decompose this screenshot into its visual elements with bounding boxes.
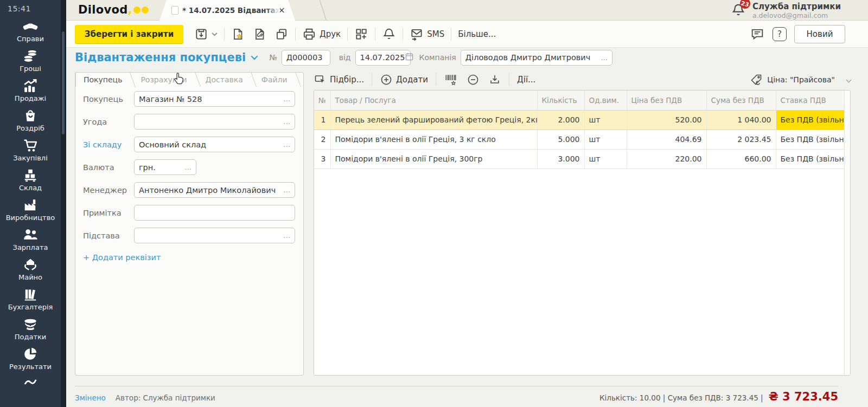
changed-link[interactable]: Змінено (75, 393, 106, 402)
col-unit[interactable]: Од.вим. (584, 91, 627, 110)
items-table: № Товар / Послуга Кількість Од.вим. Ціна… (314, 91, 845, 169)
company-field[interactable]: Діловодов Дмитро Дмитрович ... (461, 50, 612, 66)
items-table-panel: № Товар / Послуга Кількість Од.вим. Ціна… (314, 90, 851, 376)
sidebar-item-rozdrib[interactable]: Роздріб (0, 108, 61, 132)
printer-icon (302, 27, 316, 41)
col-price[interactable]: Ціна без ПДВ (627, 91, 706, 110)
sidebar-item-prodazhi[interactable]: Продажі (0, 79, 61, 102)
print-button[interactable]: Друк (302, 27, 341, 41)
save-button[interactable] (194, 27, 218, 41)
col-vat[interactable]: Ставка ПДВ (776, 91, 845, 110)
field-label-note: Примітка (83, 209, 134, 217)
table-row[interactable]: 2 Помідори в'ялені в олії Греція, 3 кг с… (314, 130, 845, 149)
lookup-ellipsis-button[interactable]: ... (280, 95, 290, 103)
actions-button[interactable]: Дії... (517, 75, 535, 85)
note-field[interactable] (134, 205, 295, 221)
toolbar: Зберегти і закрити Друк SMS Більше... (66, 21, 868, 48)
app-logo[interactable]: Dilovod, (78, 3, 149, 16)
sms-button[interactable]: SMS (410, 27, 444, 41)
items-toolbar: Підбір... Додати Дії... Ціна: "Прайсова" (314, 70, 851, 89)
chevron-down-icon (846, 77, 852, 82)
price-type-dropdown[interactable]: Ціна: "Прайсова" (750, 73, 851, 86)
field-label-manager: Менеджер (83, 186, 134, 195)
sidebar-item-maino[interactable]: Майно (0, 257, 61, 281)
sidebar-item-bukhhalteriia[interactable]: Бухгалтерія (0, 287, 61, 311)
col-qty[interactable]: Кількість (537, 91, 584, 110)
sidebar-item-sklad[interactable]: Склад (0, 168, 61, 192)
document-tab[interactable]: * 14.07.2025 Відвантаження Д000003 × (159, 0, 295, 21)
tab-rozrakhunky[interactable]: Розрахунки (133, 72, 197, 87)
currency-field[interactable]: грн.... (134, 159, 196, 175)
sidebar-item-label: Майно (18, 273, 42, 281)
table-row[interactable]: 1 Перець зелений фарширований фетою Грец… (314, 110, 845, 130)
lookup-ellipsis-button[interactable]: ... (280, 186, 290, 194)
document-date-field[interactable]: 14.07.2025 (355, 50, 411, 66)
sidebar-item-spravy[interactable]: Справи (0, 20, 61, 43)
manager-field[interactable]: Антоненко Дмитро Миколайович... (134, 182, 295, 198)
field-label-buyer: Покупець (83, 95, 134, 104)
field-label-currency: Валюта (83, 163, 134, 172)
chevron-down-icon[interactable] (251, 53, 258, 60)
sidebar-item-hroshi[interactable]: Гроші (0, 49, 61, 73)
sidebar-item-zakupivli[interactable]: Закупівлі (0, 138, 61, 162)
move-down-icon[interactable] (488, 73, 501, 86)
sidebar-item-zarplata[interactable]: Зарплата (0, 228, 61, 251)
sidebar-item-vyrobnytstvo[interactable]: Виробництво (0, 198, 61, 222)
attachment-document-icon[interactable] (253, 27, 267, 41)
remove-item-icon[interactable] (467, 73, 480, 86)
sidebar-scrollbar[interactable] (61, 0, 66, 407)
add-item-button[interactable]: Додати (380, 73, 428, 86)
tab-faily[interactable]: Файли (254, 72, 298, 87)
support-name: Служба підтримки (752, 2, 841, 11)
select-cursor-icon (314, 73, 327, 86)
pick-items-button[interactable]: Підбір... (314, 73, 364, 86)
tab-dostavka[interactable]: Доставка (198, 72, 254, 87)
lookup-ellipsis-button[interactable]: ... (280, 118, 290, 126)
sidebar-item-label: Результати (9, 363, 52, 371)
form-tabs: Покупець Розрахунки Доставка Файли (75, 72, 303, 87)
notification-bell-icon[interactable]: 23 (731, 2, 746, 20)
lookup-ellipsis-button[interactable]: ... (597, 54, 607, 62)
basis-field[interactable]: ... (134, 228, 295, 243)
new-button[interactable]: Новий (794, 25, 845, 43)
col-sum[interactable]: Сума без ПДВ (706, 91, 776, 110)
reminder-bell-icon[interactable] (382, 27, 396, 41)
warehouse-field[interactable]: Основний склад... (134, 137, 295, 152)
add-requisite-link[interactable]: + Додати реквізит (83, 253, 303, 262)
handshake-icon (22, 20, 39, 33)
help-icon[interactable]: ? (773, 27, 787, 41)
sidebar-item-podatky[interactable]: Податки (0, 317, 61, 341)
pallet-icon (23, 168, 38, 182)
templates-grid-icon[interactable] (354, 27, 368, 41)
totals-text: Кількість: 10.00 | Сума без ПДВ: 3 723.4… (599, 393, 763, 402)
copy-icon[interactable] (275, 27, 289, 41)
sidebar: 15:41 Справи Гроші Продажі Роздріб Закуп… (0, 0, 61, 407)
tab-pokupets[interactable]: Покупець (75, 72, 133, 87)
support-area[interactable]: 23 Служба підтримки a.delovod@gmail.com (731, 2, 841, 20)
shopping-bag-icon (23, 108, 37, 122)
save-close-button[interactable]: Зберегти і закрити (75, 25, 183, 43)
agreement-field[interactable]: ... (134, 114, 295, 130)
barcode-icon[interactable] (444, 73, 458, 87)
coins-icon (23, 49, 38, 63)
document-number-field[interactable]: Д000003 (282, 50, 330, 66)
sidebar-item-partial[interactable] (0, 377, 61, 384)
selected-cell[interactable]: Без ПДВ (звільнено) (776, 110, 845, 130)
envelope-icon (410, 27, 424, 41)
col-product[interactable]: Товар / Послуга (330, 91, 537, 110)
lookup-ellipsis-button[interactable]: ... (280, 231, 290, 240)
table-scrollbar[interactable] (844, 91, 850, 375)
more-button[interactable]: Більше... (458, 29, 496, 39)
col-num[interactable]: № (314, 91, 330, 110)
calendar-icon[interactable] (405, 53, 413, 62)
chat-icon[interactable] (750, 27, 765, 42)
sidebar-item-label: Гроші (20, 64, 41, 73)
table-row[interactable]: 3 Помідори в'ялені в олії Греція, 300гр … (314, 149, 845, 169)
field-label-warehouse-link[interactable]: Зі складу (83, 140, 134, 149)
lookup-ellipsis-button[interactable]: ... (182, 163, 192, 171)
lookup-ellipsis-button[interactable]: ... (280, 140, 290, 148)
favorite-document-icon[interactable] (231, 27, 245, 41)
sidebar-item-rezultaty[interactable]: Результати (0, 347, 61, 371)
buyer-field[interactable]: Магазин № 528... (134, 91, 295, 107)
statusbar: Змінено Автор: Служба підтримки Кількіст… (75, 390, 838, 403)
